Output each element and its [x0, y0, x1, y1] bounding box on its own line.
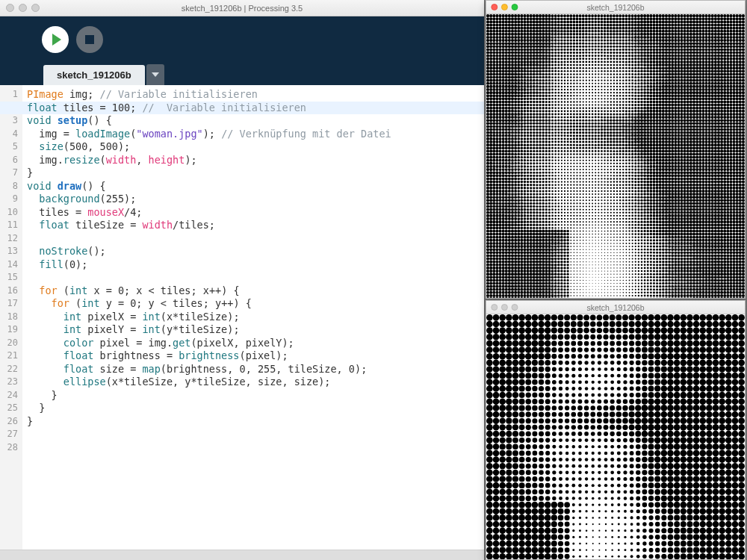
- svg-point-7209: [723, 162, 726, 165]
- svg-point-5314: [662, 55, 665, 57]
- svg-point-1328: [530, 94, 533, 97]
- svg-point-6789: [711, 14, 714, 17]
- svg-point-4789: [643, 156, 646, 159]
- svg-point-8204: [552, 393, 557, 397]
- tab-menu-button[interactable]: [146, 64, 164, 85]
- svg-point-3986: [616, 261, 617, 262]
- ide-titlebar[interactable]: sketch_191206b | Processing 3.5: [0, 0, 484, 16]
- svg-point-3588: [604, 181, 605, 182]
- svg-point-2061: [554, 60, 557, 63]
- svg-point-7233: [723, 236, 726, 239]
- svg-point-3584: [604, 169, 606, 170]
- svg-point-2806: [579, 64, 581, 66]
- close-icon[interactable]: [491, 4, 498, 10]
- svg-point-1739: [542, 214, 545, 217]
- svg-point-5689: [674, 63, 677, 66]
- output1-titlebar[interactable]: sketch_191206b: [486, 1, 745, 14]
- svg-point-1169: [524, 178, 526, 180]
- run-button[interactable]: [42, 26, 69, 53]
- svg-point-3285: [595, 108, 596, 109]
- svg-point-1591: [539, 45, 542, 48]
- svg-point-795: [511, 171, 514, 174]
- svg-point-6852: [711, 208, 714, 211]
- zoom-icon[interactable]: [512, 4, 518, 10]
- svg-point-1594: [539, 55, 542, 57]
- svg-point-249: [492, 208, 495, 211]
- zoom-icon[interactable]: [512, 304, 518, 311]
- svg-point-934: [517, 27, 520, 30]
- svg-point-2094: [555, 163, 557, 164]
- svg-point-512: [502, 159, 505, 162]
- svg-point-8980: [680, 495, 686, 502]
- svg-point-2325: [563, 14, 566, 17]
- svg-point-813: [511, 226, 514, 229]
- svg-point-5053: [652, 110, 655, 113]
- svg-point-2332: [563, 36, 566, 39]
- svg-point-429: [499, 190, 502, 193]
- svg-point-9018: [686, 495, 693, 502]
- svg-point-634: [505, 248, 508, 251]
- sketch-tab[interactable]: sketch_191206b: [43, 65, 145, 85]
- svg-point-5690: [674, 66, 677, 69]
- svg-point-8040: [525, 314, 532, 321]
- svg-point-186: [492, 14, 495, 17]
- svg-point-2403: [563, 255, 565, 257]
- svg-point-685: [508, 119, 511, 122]
- svg-point-1526: [536, 131, 538, 134]
- svg-point-3377: [598, 104, 599, 105]
- svg-point-3907: [616, 17, 619, 20]
- svg-point-1659: [539, 254, 542, 257]
- svg-point-4011: [619, 52, 622, 54]
- minimize-icon[interactable]: [501, 304, 508, 311]
- svg-point-7800: [742, 264, 745, 267]
- code-area[interactable]: PImage img; // Variable initialisierenfl…: [22, 85, 484, 550]
- svg-point-8995: [686, 346, 693, 353]
- stop-button[interactable]: [76, 26, 103, 53]
- svg-point-3897: [613, 274, 614, 275]
- svg-point-2385: [564, 199, 565, 201]
- zoom-icon[interactable]: [31, 4, 40, 12]
- svg-point-4889: [646, 178, 649, 181]
- close-icon[interactable]: [491, 304, 498, 311]
- svg-point-2610: [573, 33, 576, 36]
- svg-point-4702: [640, 175, 642, 177]
- svg-point-4762: [643, 73, 645, 75]
- svg-point-72: [486, 236, 489, 239]
- code-editor[interactable]: 1234567891011121314151617181920212223242…: [0, 85, 484, 550]
- svg-point-3823: [613, 46, 615, 48]
- svg-point-2625: [573, 79, 574, 81]
- svg-point-7976: [512, 392, 518, 398]
- svg-point-7685: [739, 196, 742, 199]
- svg-point-2012: [551, 196, 553, 198]
- svg-point-5516: [668, 104, 671, 107]
- svg-point-3165: [591, 24, 594, 27]
- svg-point-1455: [533, 199, 535, 202]
- output2-titlebar[interactable]: sketch_191206b: [486, 301, 745, 314]
- svg-point-7418: [729, 233, 732, 236]
- svg-point-8443: [592, 464, 595, 467]
- svg-point-3856: [613, 147, 615, 149]
- minimize-icon[interactable]: [19, 4, 27, 12]
- svg-point-6874: [711, 276, 714, 279]
- svg-point-4546: [635, 267, 636, 269]
- svg-point-2638: [573, 119, 575, 122]
- svg-point-4648: [638, 295, 639, 296]
- svg-point-4344: [628, 218, 630, 220]
- svg-point-7369: [729, 82, 732, 85]
- svg-point-6854: [711, 214, 714, 217]
- svg-point-8662: [629, 405, 635, 411]
- svg-point-7357: [729, 45, 732, 48]
- svg-point-1751: [542, 251, 545, 254]
- close-icon[interactable]: [6, 4, 14, 12]
- svg-point-8529: [605, 529, 607, 531]
- svg-point-3975: [616, 227, 618, 228]
- svg-point-6256: [692, 91, 695, 94]
- svg-point-9034: [693, 353, 700, 360]
- svg-point-8967: [680, 411, 686, 418]
- svg-point-6860: [711, 233, 714, 236]
- svg-point-5031: [653, 42, 656, 45]
- svg-point-5046: [653, 88, 656, 91]
- svg-point-2958: [583, 246, 583, 246]
- minimize-icon[interactable]: [501, 4, 508, 10]
- svg-point-3587: [604, 178, 605, 179]
